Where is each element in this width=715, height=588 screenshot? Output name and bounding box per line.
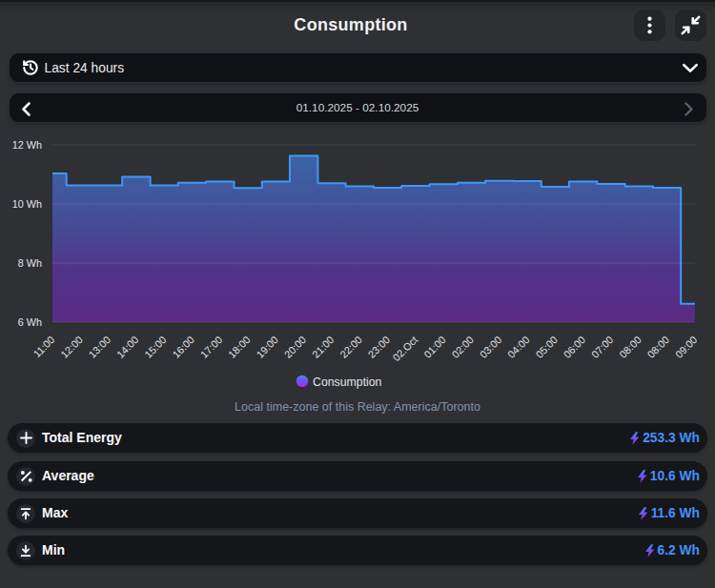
svg-text:09:00: 09:00: [673, 334, 700, 360]
svg-text:17:00: 17:00: [198, 334, 225, 360]
svg-text:08:00: 08:00: [645, 334, 672, 360]
svg-text:18:00: 18:00: [226, 334, 253, 360]
svg-text:13:00: 13:00: [87, 334, 113, 360]
svg-text:Local time-zone of this Relay:: Local time-zone of this Relay: America/T…: [235, 400, 480, 414]
svg-text:08:00: 08:00: [617, 334, 644, 360]
svg-text:02.Oct: 02.Oct: [390, 334, 419, 363]
svg-text:14:00: 14:00: [114, 334, 141, 360]
svg-text:22:00: 22:00: [337, 334, 364, 360]
svg-text:8 Wh: 8 Wh: [18, 257, 42, 269]
svg-text:10 Wh: 10 Wh: [12, 198, 42, 210]
svg-text:20:00: 20:00: [282, 334, 309, 360]
svg-text:Consumption: Consumption: [313, 375, 382, 389]
svg-text:21:00: 21:00: [310, 334, 337, 360]
svg-text:03:00: 03:00: [478, 334, 504, 360]
svg-text:01:00: 01:00: [421, 334, 448, 360]
svg-text:19:00: 19:00: [254, 334, 280, 360]
svg-text:02:00: 02:00: [449, 334, 476, 360]
svg-text:16:00: 16:00: [170, 334, 196, 360]
svg-text:07:00: 07:00: [589, 334, 616, 360]
svg-text:06:00: 06:00: [562, 334, 588, 360]
svg-text:6 Wh: 6 Wh: [18, 316, 42, 328]
svg-text:15:00: 15:00: [142, 334, 169, 360]
svg-text:23:00: 23:00: [366, 334, 393, 360]
svg-text:04:00: 04:00: [505, 334, 532, 360]
svg-text:12:00: 12:00: [58, 334, 85, 360]
svg-text:12 Wh: 12 Wh: [12, 139, 42, 151]
svg-text:05:00: 05:00: [533, 334, 560, 360]
svg-text:11:00: 11:00: [31, 334, 56, 359]
